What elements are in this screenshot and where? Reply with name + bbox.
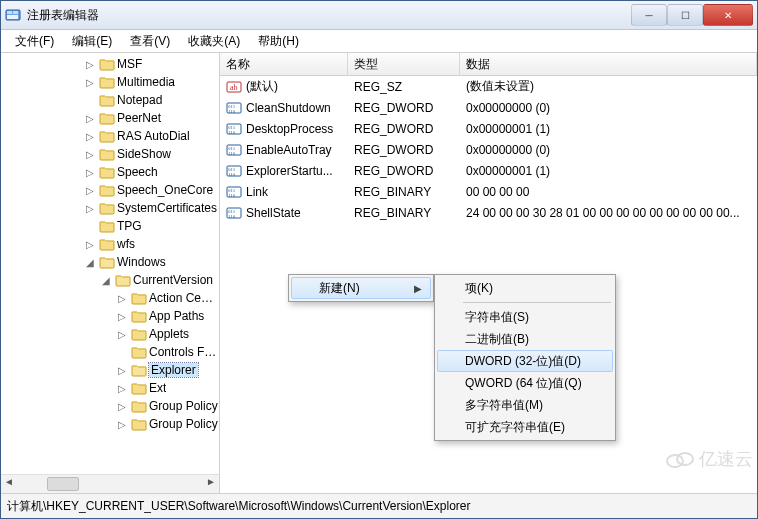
- tree-label: TPG: [117, 219, 142, 233]
- context-menu-primary[interactable]: 新建(N) ▶: [288, 274, 434, 302]
- folder-icon: [99, 74, 115, 90]
- folder-icon: [131, 344, 147, 360]
- context-new-expandstring[interactable]: 可扩充字符串值(E): [437, 416, 613, 438]
- scroll-right-icon[interactable]: ►: [203, 476, 219, 492]
- context-new-multistring[interactable]: 多字符串值(M): [437, 394, 613, 416]
- menu-file[interactable]: 文件(F): [9, 31, 60, 52]
- tree-item[interactable]: ◢Windows: [3, 253, 219, 271]
- tree-item[interactable]: ▷PeerNet: [3, 109, 219, 127]
- expand-icon[interactable]: ▷: [115, 329, 129, 340]
- tree-item[interactable]: ▷App Paths: [3, 307, 219, 325]
- folder-icon: [99, 218, 115, 234]
- menu-view[interactable]: 查看(V): [124, 31, 176, 52]
- tree-item[interactable]: ▷Ext: [3, 379, 219, 397]
- expand-icon[interactable]: ▷: [83, 149, 97, 160]
- status-path: 计算机\HKEY_CURRENT_USER\Software\Microsoft…: [7, 498, 470, 515]
- registry-editor-window: 注册表编辑器 ─ ☐ ✕ 文件(F) 编辑(E) 查看(V) 收藏夹(A) 帮助…: [0, 0, 758, 519]
- list-row[interactable]: 011110CleanShutdownREG_DWORD0x00000000 (…: [220, 97, 757, 118]
- column-data[interactable]: 数据: [460, 53, 757, 75]
- expand-icon[interactable]: ▷: [115, 383, 129, 394]
- tree-item[interactable]: ▷Group Policy: [3, 415, 219, 433]
- menu-bar: 文件(F) 编辑(E) 查看(V) 收藏夹(A) 帮助(H): [1, 30, 757, 53]
- submenu-arrow-icon: ▶: [414, 283, 422, 294]
- tree-item[interactable]: Controls Folder: [3, 343, 219, 361]
- svg-rect-3: [7, 15, 18, 19]
- maximize-button[interactable]: ☐: [667, 4, 703, 26]
- tree-view[interactable]: ▷MSF▷MultimediaNotepad▷PeerNet▷RAS AutoD…: [1, 53, 219, 474]
- expand-icon[interactable]: ▷: [115, 311, 129, 322]
- expand-icon[interactable]: ▷: [83, 77, 97, 88]
- tree-item[interactable]: TPG: [3, 217, 219, 235]
- list-row[interactable]: 011110DesktopProcessREG_DWORD0x00000001 …: [220, 118, 757, 139]
- tree-label: Explorer: [149, 363, 198, 377]
- tree-horizontal-scrollbar[interactable]: ◄ ►: [1, 474, 219, 493]
- expand-icon[interactable]: ▷: [115, 293, 129, 304]
- app-icon: [5, 7, 21, 23]
- string-value-icon: ab: [226, 79, 242, 95]
- list-row[interactable]: 011110LinkREG_BINARY00 00 00 00: [220, 181, 757, 202]
- expand-icon[interactable]: ▷: [83, 113, 97, 124]
- expand-icon[interactable]: ▷: [83, 239, 97, 250]
- folder-icon: [99, 146, 115, 162]
- svg-text:110: 110: [228, 151, 236, 156]
- context-new-string[interactable]: 字符串值(S): [437, 306, 613, 328]
- menu-favorites[interactable]: 收藏夹(A): [182, 31, 246, 52]
- expand-icon[interactable]: ▷: [83, 131, 97, 142]
- tree-item[interactable]: ◢CurrentVersion: [3, 271, 219, 289]
- tree-item[interactable]: ▷Speech: [3, 163, 219, 181]
- tree-item[interactable]: ▷Speech_OneCore: [3, 181, 219, 199]
- context-new[interactable]: 新建(N) ▶: [291, 277, 431, 299]
- expand-icon[interactable]: ▷: [115, 365, 129, 376]
- expand-icon[interactable]: ▷: [83, 167, 97, 178]
- expand-icon[interactable]: ▷: [83, 59, 97, 70]
- tree-item[interactable]: ▷wfs: [3, 235, 219, 253]
- list-header[interactable]: 名称 类型 数据: [220, 53, 757, 76]
- tree-item[interactable]: Notepad: [3, 91, 219, 109]
- tree-item[interactable]: ▷Action Center: [3, 289, 219, 307]
- binary-value-icon: 011110: [226, 121, 242, 137]
- expand-icon[interactable]: ▷: [115, 419, 129, 430]
- tree-item[interactable]: ▷SystemCertificates: [3, 199, 219, 217]
- expand-icon[interactable]: ▷: [83, 203, 97, 214]
- context-new-qword[interactable]: QWORD (64 位)值(Q): [437, 372, 613, 394]
- list-row[interactable]: ab(默认)REG_SZ(数值未设置): [220, 76, 757, 97]
- collapse-icon[interactable]: ◢: [99, 275, 113, 286]
- tree-label: wfs: [117, 237, 135, 251]
- list-row[interactable]: 011110ShellStateREG_BINARY24 00 00 00 30…: [220, 202, 757, 223]
- collapse-icon[interactable]: ◢: [83, 257, 97, 268]
- context-menu-new-submenu[interactable]: 项(K) 字符串值(S) 二进制值(B) DWORD (32-位)值(D) QW…: [434, 274, 616, 441]
- list-panel: 名称 类型 数据 ab(默认)REG_SZ(数值未设置)011110CleanS…: [220, 53, 757, 493]
- value-type: REG_DWORD: [348, 119, 460, 139]
- context-new-key[interactable]: 项(K): [437, 277, 613, 299]
- column-name[interactable]: 名称: [220, 53, 348, 75]
- value-type: REG_DWORD: [348, 98, 460, 118]
- menu-edit[interactable]: 编辑(E): [66, 31, 118, 52]
- tree-item[interactable]: ▷Explorer: [3, 361, 219, 379]
- scroll-thumb[interactable]: [47, 477, 79, 491]
- scroll-left-icon[interactable]: ◄: [1, 476, 17, 492]
- context-new-binary[interactable]: 二进制值(B): [437, 328, 613, 350]
- status-bar: 计算机\HKEY_CURRENT_USER\Software\Microsoft…: [1, 493, 757, 518]
- tree-item[interactable]: ▷SideShow: [3, 145, 219, 163]
- list-row[interactable]: 011110EnableAutoTrayREG_DWORD0x00000000 …: [220, 139, 757, 160]
- menu-help[interactable]: 帮助(H): [252, 31, 305, 52]
- expand-icon[interactable]: ▷: [83, 185, 97, 196]
- value-name: (默认): [246, 78, 278, 95]
- close-button[interactable]: ✕: [703, 4, 753, 26]
- tree-item[interactable]: ▷MSF: [3, 55, 219, 73]
- tree-item[interactable]: ▷Multimedia: [3, 73, 219, 91]
- minimize-button[interactable]: ─: [631, 4, 667, 26]
- tree-item[interactable]: ▷RAS AutoDial: [3, 127, 219, 145]
- folder-icon: [99, 236, 115, 252]
- list-row[interactable]: 011110ExplorerStartu...REG_DWORD0x000000…: [220, 160, 757, 181]
- context-new-dword[interactable]: DWORD (32-位)值(D): [437, 350, 613, 372]
- value-type: REG_BINARY: [348, 203, 460, 223]
- title-bar[interactable]: 注册表编辑器 ─ ☐ ✕: [1, 1, 757, 30]
- tree-item[interactable]: ▷Applets: [3, 325, 219, 343]
- folder-icon: [99, 164, 115, 180]
- value-data: 24 00 00 00 30 28 01 00 00 00 00 00 00 0…: [460, 203, 757, 223]
- value-type: REG_BINARY: [348, 182, 460, 202]
- tree-item[interactable]: ▷Group Policy: [3, 397, 219, 415]
- column-type[interactable]: 类型: [348, 53, 460, 75]
- expand-icon[interactable]: ▷: [115, 401, 129, 412]
